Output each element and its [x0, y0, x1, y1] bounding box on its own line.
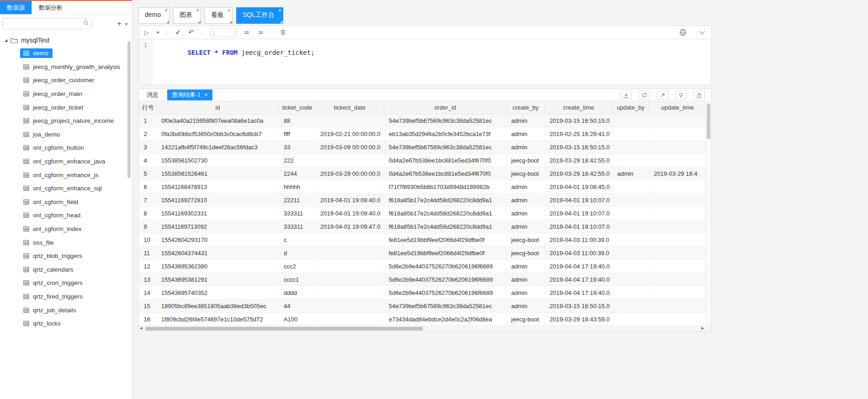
download-icon[interactable]	[620, 90, 632, 100]
table-row[interactable]: 13 15543695381291 cccc1 5d6e2b9e44037526…	[139, 273, 706, 286]
cell-ticket-code: 22211	[279, 194, 316, 207]
table-row[interactable]: 3 14221afb4f5f749c1deef26ac56fdac3 33 20…	[139, 141, 706, 154]
cell-id: 15538561502730	[157, 154, 279, 167]
tree-item[interactable]: onl_cgform_enhance_js	[0, 168, 132, 182]
tree-item[interactable]: onl_cgform_field	[0, 195, 132, 209]
table-icon	[23, 320, 29, 326]
tree-item[interactable]: jeecg_order_customer	[0, 74, 132, 87]
table-row[interactable]: 11 15542604374431 d fe81ee5d19bbf9eef206…	[139, 247, 706, 260]
chevron-down-icon[interactable]: ▾	[124, 21, 128, 26]
tree-item[interactable]: oss_file	[0, 236, 132, 249]
tree-item[interactable]: qrtz_fired_triggers	[0, 290, 132, 304]
results-tab[interactable]: 查询结果-1 ×	[167, 89, 212, 100]
table-icon	[23, 226, 29, 232]
globe-icon[interactable]	[679, 29, 687, 36]
sql-editor[interactable]: 1 SELECT * FROM jeecg_order_ticket;	[138, 39, 712, 85]
table-row[interactable]: 4 15538561502730 222 0d4a2e67b538ee1bc88…	[139, 154, 706, 167]
tree-item[interactable]: qrtz_job_details	[0, 303, 132, 317]
column-header[interactable]: create_by	[507, 101, 545, 114]
cell-order-id: eb13ab35d2946a2b0cfe3452bca1e73f	[384, 127, 507, 141]
sidebar-tab[interactable]: 数据源	[0, 1, 32, 14]
table-row[interactable]: 2 0fa3bd0bbcf53650c0bb3c0cac6d8cb7 ffff …	[139, 127, 706, 141]
tab-close-icon[interactable]: ×	[278, 8, 281, 14]
tree-item[interactable]: joa_demo	[0, 128, 132, 142]
tree-item[interactable]: qrtz_locks	[0, 317, 132, 331]
workspace-tab[interactable]: 看板 ×	[205, 7, 233, 24]
sql-token: *	[214, 49, 218, 56]
tree-item[interactable]: qrtz_blob_triggers	[0, 249, 132, 263]
workspace-tab[interactable]: demo ×	[138, 7, 169, 24]
cell-order-id: e73434dad84ebdce2d4e0c2a2f06d8ea	[384, 313, 507, 326]
table-row[interactable]: 16 1f809cbd26f4e574697e1c10de575d72 A100…	[139, 313, 706, 326]
format-icon[interactable]	[243, 30, 250, 36]
undo-icon[interactable]: ↶	[188, 28, 194, 37]
table-row[interactable]: 14 15543695740352 dddd 5d6e2b9e440375262…	[139, 286, 706, 299]
table-vertical-scrollbar[interactable]	[705, 101, 711, 326]
column-header[interactable]: update_by	[613, 101, 649, 114]
sidebar-tab[interactable]: 数据分析	[32, 1, 70, 14]
cell-ticket-date: 2019-02-21 00:00:00.0	[316, 127, 384, 141]
tab-close-icon[interactable]: ×	[196, 8, 199, 14]
column-header[interactable]: ticket_code	[279, 101, 316, 114]
tree-item[interactable]: jeecg_order_main	[0, 87, 132, 101]
vertical-scrollbar-thumb[interactable]	[707, 104, 710, 139]
horizontal-scrollbar-thumb[interactable]	[145, 327, 423, 331]
export-icon[interactable]	[657, 90, 668, 100]
trash-icon[interactable]	[280, 29, 286, 36]
table-row[interactable]: 12 15543695362380 ccc2 5d6e2b9e440375262…	[139, 260, 706, 273]
table-row[interactable]: 7 15541169272810 22211 2019-04-01 19:09:…	[139, 194, 706, 207]
column-header[interactable]: tickect_date	[316, 101, 384, 114]
refresh-icon[interactable]	[639, 90, 650, 100]
compress-icon[interactable]	[258, 30, 264, 36]
table-row[interactable]: 1 0f0e3a40a215958f807eea08a6e1ac0a 88 54…	[139, 114, 706, 127]
workspace-tab[interactable]: SQL工作台 ×	[236, 7, 283, 24]
search-input[interactable]	[2, 18, 92, 29]
tree-item[interactable]: onl_cgform_button	[0, 141, 132, 155]
table-row[interactable]: 9 15541169713092 333311 2019-04-01 19:09…	[139, 220, 706, 233]
column-header[interactable]: order_id	[384, 101, 507, 114]
tree-item[interactable]: qrtz_cron_triggers	[0, 276, 132, 290]
tree-item-label: jeecg_order_ticket	[33, 104, 83, 111]
validate-icon[interactable]: ✓	[175, 29, 180, 36]
bulb-icon[interactable]	[675, 90, 687, 100]
sidebar-scrollbar-thumb[interactable]	[127, 41, 131, 178]
results-tab[interactable]: 消息 ×	[142, 89, 163, 100]
run-icon[interactable]: ▷	[144, 29, 149, 36]
tree-item[interactable]: qrtz_calendars	[0, 263, 132, 277]
workspace-tab[interactable]: 图表 ×	[173, 7, 201, 24]
expand-caret-icon[interactable]: ◢	[5, 38, 7, 42]
tab-close-icon[interactable]: ×	[228, 8, 231, 14]
table-icon	[23, 280, 29, 286]
table-row[interactable]: 15 18905bc89ee3851805aab38ed3b505ec 44 5…	[139, 299, 706, 313]
column-header[interactable]: create_time	[545, 101, 613, 114]
table-row[interactable]: 10 15542604293170 c fe81ee5d19bbf9eef206…	[139, 233, 706, 247]
cell-ticket-date	[316, 233, 384, 247]
column-header[interactable]: update_time	[649, 101, 706, 114]
lock-icon[interactable]	[693, 90, 705, 100]
delimiter-input[interactable]	[210, 28, 236, 37]
tree-item[interactable]: onl_cgform_head	[0, 209, 132, 222]
tab-close-icon[interactable]: ×	[205, 92, 208, 98]
cell-create-time: 2019-03-15 16:50:15.0	[545, 141, 613, 154]
column-header[interactable]: 行号	[139, 101, 157, 114]
table-row[interactable]: 5 15538561526461 2244 2019-03-29 00:00:0…	[139, 167, 706, 180]
add-datasource-button[interactable]: +	[114, 19, 124, 28]
tree-item[interactable]: onl_cgform_enhance_sql	[0, 182, 132, 195]
chevron-down-icon[interactable]	[699, 29, 704, 34]
tree-item[interactable]: demo	[0, 47, 132, 60]
tree-item[interactable]: onl_cgform_index	[0, 222, 132, 236]
tree-root-node[interactable]: ◢ mysqlTest	[0, 34, 132, 47]
table-horizontal-scrollbar[interactable]: ◀ ▶	[139, 326, 711, 331]
tree-item[interactable]: jeecg_order_ticket	[0, 100, 132, 114]
scroll-right-icon[interactable]: ▶	[702, 326, 704, 330]
cell-ticket-date: 2019-03-09 00:00:00.0	[316, 141, 384, 154]
tree-item[interactable]: jeecg_monthly_growth_analysis	[0, 60, 132, 74]
tree-item[interactable]: jeecg_project_nature_income	[0, 114, 132, 128]
column-header[interactable]: id	[157, 101, 279, 114]
table-row[interactable]: 8 15541169302331 333311 2019-04-01 19:09…	[139, 207, 706, 220]
tab-close-icon[interactable]: ×	[164, 8, 168, 14]
stop-icon[interactable]: ■	[157, 30, 159, 35]
table-row[interactable]: 6 15541168478913 hhhhh f71f7f8930b5b6b17…	[139, 180, 706, 194]
tree-item[interactable]: onl_cgform_enhance_java	[0, 155, 132, 168]
scroll-left-icon[interactable]: ◀	[140, 326, 142, 330]
